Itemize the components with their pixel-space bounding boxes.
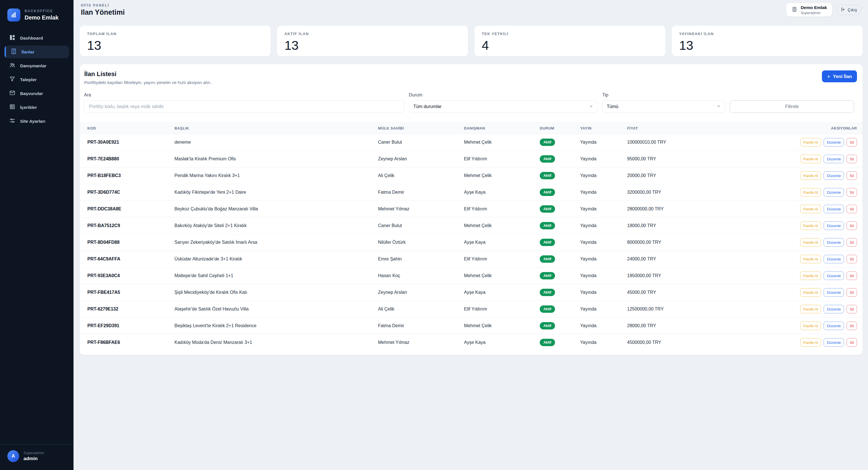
- edit-button[interactable]: Düzenle: [824, 238, 844, 247]
- listing-price: 18000,00 TRY: [627, 217, 797, 234]
- table-row: PRT-FBE417A5 Şişli Mecidiyeköy'de Kiralı…: [80, 284, 863, 301]
- funnel-icon: [9, 76, 16, 84]
- type-select[interactable]: Tümü: [602, 100, 725, 113]
- new-listing-label: Yeni İlan: [833, 74, 852, 79]
- publish-state: Yayında: [580, 268, 627, 284]
- page-title: Ilan Yönetimi: [81, 8, 125, 17]
- sidebar-item-label: Site Ayarları: [20, 119, 45, 124]
- listing-title: Bakırköy Ataköy'de Siteli 2+1 Kiralık: [175, 217, 378, 234]
- edit-button[interactable]: Düzenle: [824, 321, 844, 330]
- newspaper-icon: [9, 103, 16, 111]
- publish-state: Yayında: [580, 201, 627, 217]
- sidebar-item-ilanlar[interactable]: İlanlar: [4, 45, 69, 58]
- logout-button[interactable]: Çıkış: [836, 5, 862, 15]
- table-row: PRT-F86BFAE6 Kadıköy Moda'da Deniz Manza…: [80, 334, 863, 351]
- status-badge: Aktif: [540, 272, 555, 279]
- listing-code: PRT-3D6D774C: [80, 184, 175, 201]
- listing-title: Maslak'ta Kiralık Premium Ofis: [175, 151, 378, 167]
- deactivate-button[interactable]: Pasife Al: [800, 338, 822, 347]
- page-eyebrow: OFİS PANELİ: [81, 3, 125, 7]
- sidebar-username: admin: [24, 456, 44, 462]
- sidebar-nav: Dashboard İlanlar Danışmanlar Talepler B…: [0, 29, 73, 130]
- delete-button[interactable]: Sil: [846, 171, 857, 180]
- listing-price: 100000010,00 TRY: [627, 134, 797, 151]
- delete-button[interactable]: Sil: [846, 288, 857, 296]
- edit-button[interactable]: Düzenle: [824, 288, 844, 296]
- listing-price: 1850000,00 TRY: [627, 268, 797, 284]
- delete-button[interactable]: Sil: [846, 238, 857, 247]
- sidebar-item-dashboard[interactable]: Dashboard: [4, 32, 69, 44]
- delete-button[interactable]: Sil: [846, 205, 857, 213]
- delete-button[interactable]: Sil: [846, 155, 857, 163]
- sidebar-item-talepler[interactable]: Talepler: [4, 73, 69, 86]
- chevron-down-icon: [589, 104, 593, 109]
- status-badge: Aktif: [540, 255, 555, 263]
- listing-owner: Zeynep Arslan: [378, 284, 464, 301]
- listing-price: 20000,00 TRY: [627, 167, 797, 184]
- deactivate-button[interactable]: Pasife Al: [800, 255, 822, 263]
- delete-button[interactable]: Sil: [846, 188, 857, 196]
- filter-button[interactable]: Filtrele: [730, 100, 854, 113]
- status-badge: Aktif: [540, 289, 555, 296]
- sidebar-item-basvurular[interactable]: Başvurular: [4, 87, 69, 100]
- listing-title: Beşiktaş Levent'te Kiralık 2+1 Residence: [175, 318, 378, 334]
- publish-state: Yayında: [580, 167, 627, 184]
- deactivate-button[interactable]: Pasife Al: [800, 305, 822, 313]
- listing-code: PRT-93E3A0C4: [80, 268, 175, 284]
- edit-button[interactable]: Düzenle: [824, 305, 844, 313]
- listing-panel: İlan Listesi Portföydeki kayıtları filtr…: [80, 64, 863, 355]
- edit-button[interactable]: Düzenle: [824, 221, 844, 230]
- stat-value: 13: [679, 39, 855, 52]
- delete-button[interactable]: Sil: [846, 221, 857, 230]
- edit-button[interactable]: Düzenle: [824, 171, 844, 180]
- delete-button[interactable]: Sil: [846, 305, 857, 313]
- status-badge: Aktif: [540, 239, 555, 246]
- deactivate-button[interactable]: Pasife Al: [800, 188, 822, 196]
- search-input[interactable]: [84, 100, 404, 113]
- edit-button[interactable]: Düzenle: [824, 338, 844, 347]
- new-listing-button[interactable]: + Yeni İlan: [822, 70, 857, 82]
- delete-button[interactable]: Sil: [846, 272, 857, 280]
- deactivate-button[interactable]: Pasife Al: [800, 138, 822, 147]
- sidebar-item-danismanlar[interactable]: Danışmanlar: [4, 59, 69, 72]
- listing-agent: Ayşe Kaya: [464, 334, 540, 351]
- table-row: PRT-93E3A0C4 Maltepe'de Sahil Cepheli 1+…: [80, 268, 863, 284]
- listing-title: Beykoz Çubuklu'da Boğaz Manzaralı Villa: [175, 201, 378, 217]
- publish-state: Yayında: [580, 301, 627, 318]
- deactivate-button[interactable]: Pasife Al: [800, 221, 822, 230]
- org-name: Demo Emlak: [801, 5, 827, 10]
- stat-value: 4: [482, 39, 658, 52]
- status-select[interactable]: Tüm durumlar: [409, 100, 598, 113]
- delete-button[interactable]: Sil: [846, 338, 857, 347]
- delete-button[interactable]: Sil: [846, 321, 857, 330]
- status-badge: Aktif: [540, 189, 555, 196]
- sidebar-item-label: İlanlar: [22, 50, 34, 55]
- edit-button[interactable]: Düzenle: [824, 255, 844, 263]
- deactivate-button[interactable]: Pasife Al: [800, 288, 822, 296]
- listing-owner: Emre Şahin: [378, 251, 464, 268]
- panel-title: İlan Listesi: [84, 70, 212, 78]
- listing-title: Kadıköy Fikirtepe'de Yeni 2+1 Daire: [175, 184, 378, 201]
- deactivate-button[interactable]: Pasife Al: [800, 155, 822, 163]
- edit-button[interactable]: Düzenle: [824, 188, 844, 196]
- deactivate-button[interactable]: Pasife Al: [800, 205, 822, 213]
- listing-agent: Ayşe Kaya: [464, 184, 540, 201]
- sidebar-item-site-ayarlari[interactable]: Site Ayarları: [4, 115, 69, 128]
- publish-state: Yayında: [580, 334, 627, 351]
- delete-button[interactable]: Sil: [846, 255, 857, 263]
- deactivate-button[interactable]: Pasife Al: [800, 171, 822, 180]
- deactivate-button[interactable]: Pasife Al: [800, 238, 822, 247]
- listing-agent: Elif Yıldırım: [464, 251, 540, 268]
- deactivate-button[interactable]: Pasife Al: [800, 272, 822, 280]
- delete-button[interactable]: Sil: [846, 138, 857, 147]
- edit-button[interactable]: Düzenle: [824, 205, 844, 213]
- publish-state: Yayında: [580, 151, 627, 167]
- edit-button[interactable]: Düzenle: [824, 155, 844, 163]
- deactivate-button[interactable]: Pasife Al: [800, 321, 822, 330]
- sidebar-item-icerikler[interactable]: İçerikler: [4, 101, 69, 114]
- edit-button[interactable]: Düzenle: [824, 138, 844, 147]
- building-icon: [10, 48, 17, 56]
- building-chart-icon: [10, 11, 18, 19]
- edit-button[interactable]: Düzenle: [824, 272, 844, 280]
- stat-card-published: YAYINDAKİ İLAN 13: [672, 26, 863, 56]
